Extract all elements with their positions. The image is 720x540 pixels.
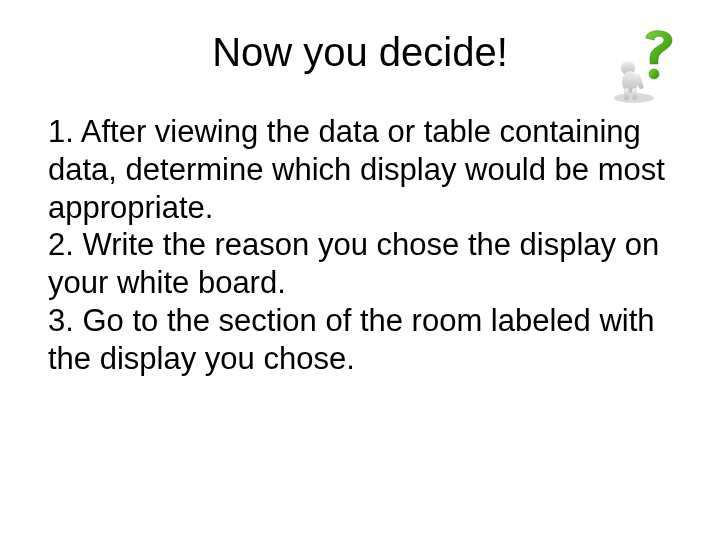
list-item: 1. After viewing the data or table conta…: [48, 113, 672, 226]
title-row: Now you decide!: [48, 30, 672, 75]
slide: Now you decide!: [0, 0, 720, 540]
question-mark-figure-icon: [606, 24, 678, 104]
svg-rect-4: [624, 88, 629, 100]
body-text: 1. After viewing the data or table conta…: [48, 113, 672, 378]
list-item: 2. Write the reason you chose the displa…: [48, 226, 672, 302]
svg-rect-5: [632, 88, 637, 100]
slide-title: Now you decide!: [212, 30, 508, 75]
list-item: 3. Go to the section of the room labeled…: [48, 302, 672, 378]
svg-point-6: [649, 69, 659, 79]
